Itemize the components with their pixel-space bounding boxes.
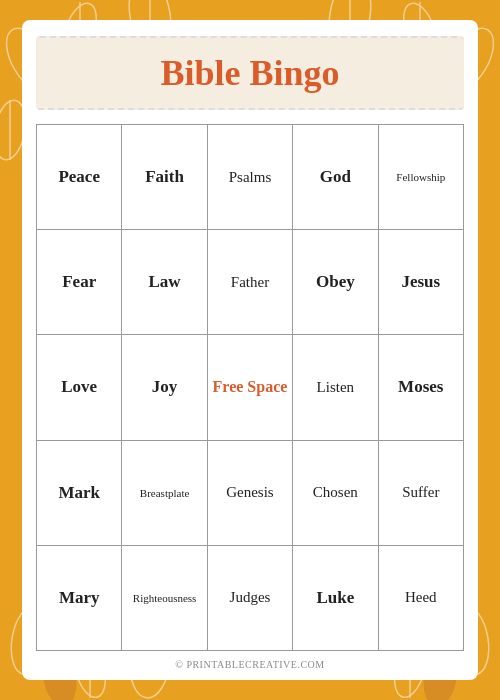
cell-r1-c3: Obey <box>293 230 378 335</box>
bingo-card: Bible Bingo PeaceFaithPsalmsGodFellowshi… <box>22 20 478 680</box>
cell-r3-c4: Suffer <box>378 440 463 545</box>
cell-r4-c1: Righteousness <box>122 545 207 650</box>
cell-r1-c0: Fear <box>37 230 122 335</box>
page-title: Bible Bingo <box>46 52 454 94</box>
cell-r1-c2: Father <box>207 230 292 335</box>
cell-r0-c0: Peace <box>37 125 122 230</box>
cell-r4-c2: Judges <box>207 545 292 650</box>
cell-r2-c1: Joy <box>122 335 207 440</box>
bingo-grid: PeaceFaithPsalmsGodFellowshipFearLawFath… <box>36 124 464 651</box>
cell-r0-c4: Fellowship <box>378 125 463 230</box>
cell-r4-c4: Heed <box>378 545 463 650</box>
title-banner: Bible Bingo <box>36 36 464 110</box>
cell-r4-c3: Luke <box>293 545 378 650</box>
cell-r4-c0: Mary <box>37 545 122 650</box>
cell-r0-c2: Psalms <box>207 125 292 230</box>
footer-text: © PRINTABLECREATIVE.COM <box>175 659 324 670</box>
cell-r2-c2: Free Space <box>207 335 292 440</box>
cell-r1-c4: Jesus <box>378 230 463 335</box>
cell-r0-c1: Faith <box>122 125 207 230</box>
cell-r3-c1: Breastplate <box>122 440 207 545</box>
cell-r3-c3: Chosen <box>293 440 378 545</box>
cell-r1-c1: Law <box>122 230 207 335</box>
cell-r0-c3: God <box>293 125 378 230</box>
cell-r3-c2: Genesis <box>207 440 292 545</box>
cell-r2-c3: Listen <box>293 335 378 440</box>
cell-r3-c0: Mark <box>37 440 122 545</box>
cell-r2-c0: Love <box>37 335 122 440</box>
cell-r2-c4: Moses <box>378 335 463 440</box>
